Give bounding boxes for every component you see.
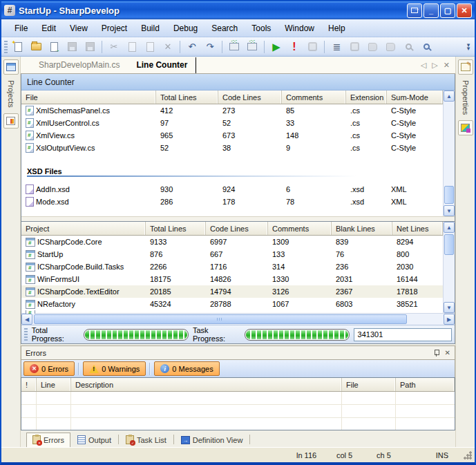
toolbox-tab-button[interactable]	[458, 120, 473, 135]
undo-icon[interactable]: ↶	[184, 40, 200, 54]
record-icon[interactable]	[305, 40, 320, 54]
save-icon[interactable]	[64, 40, 79, 54]
project-row[interactable]: StartUp 876 667 133 76 800	[21, 248, 443, 260]
file-row[interactable]: XslOutputView.cs 52 38 9 .cs C-Style	[21, 142, 443, 154]
col-comments[interactable]: Comments	[282, 91, 346, 104]
scroll-left-icon[interactable]: ◀	[21, 314, 32, 325]
col-file[interactable]: File	[342, 378, 396, 391]
col-sum-mode[interactable]: Sum-Mode	[387, 91, 443, 104]
project-row[interactable]: WinFormsUI 18175 14826 1330 2031 16144	[21, 273, 443, 285]
open-file-icon[interactable]	[46, 40, 61, 54]
project-browser-tab-button[interactable]	[3, 59, 19, 75]
messages-filter-button[interactable]: i 0 Messages	[154, 361, 219, 376]
pin-icon[interactable]	[434, 350, 439, 357]
col-comments[interactable]: Comments	[268, 222, 332, 235]
scrollbar-thumb[interactable]	[444, 186, 454, 204]
find-in-files-icon[interactable]	[401, 40, 416, 54]
col-total-lines[interactable]: Total Lines	[146, 222, 206, 235]
errors-panel-titlebar[interactable]: Errors ✕	[21, 345, 455, 359]
menu-help[interactable]: Help	[322, 21, 352, 35]
col-blank-lines[interactable]: Blank Lines	[332, 222, 392, 235]
comment-region-icon[interactable]	[347, 40, 362, 54]
scroll-right-icon[interactable]: ▶	[444, 314, 455, 325]
copy-icon[interactable]	[124, 40, 140, 54]
horizontal-scrollbar[interactable]: ◀ ▶	[21, 313, 455, 325]
menu-build[interactable]: Build	[135, 21, 166, 35]
scroll-up-icon[interactable]: ▲	[444, 222, 455, 233]
properties-tab-button[interactable]	[458, 59, 473, 75]
tools-window-tab-button[interactable]	[3, 113, 19, 129]
file-row[interactable]: AddIn.xsd 930 924 6 .xsd XML	[21, 183, 443, 196]
properties-tab-label[interactable]: Properties	[461, 76, 470, 119]
next-tab-icon[interactable]: ▷	[432, 61, 437, 70]
col-severity[interactable]: !	[21, 378, 37, 391]
rebuild-all-icon[interactable]	[245, 40, 260, 54]
col-line[interactable]: Line	[37, 378, 71, 391]
menu-project[interactable]: Project	[95, 21, 133, 35]
col-code-lines[interactable]: Code Lines	[218, 91, 282, 104]
run-icon[interactable]: ▶	[269, 40, 284, 54]
tab-line-counter[interactable]: Line Counter	[128, 57, 196, 73]
menu-tools[interactable]: Tools	[245, 21, 277, 35]
prev-tab-icon[interactable]: ◁	[421, 61, 426, 70]
new-file-icon[interactable]	[10, 40, 26, 54]
build-icon[interactable]	[227, 40, 242, 54]
file-row[interactable]: XmlUserControl.cs 97 52 33 .cs C-Style	[21, 117, 443, 129]
scrollbar-thumb[interactable]	[34, 314, 407, 324]
title-bar[interactable]: # StartUp - SharpDevelop _ ▢ ✕	[1, 1, 475, 19]
scroll-down-icon[interactable]: ▼	[444, 205, 455, 216]
abort-build-icon[interactable]: !	[287, 40, 302, 54]
close-tab-icon[interactable]: ✕	[444, 61, 450, 70]
menu-window[interactable]: Window	[278, 21, 321, 35]
delete-icon[interactable]: ✕	[160, 40, 175, 54]
show-output-icon[interactable]: ≣	[329, 40, 344, 54]
col-extension[interactable]: Extension	[346, 91, 387, 104]
toolbar-overflow-button[interactable]: ▾▾	[465, 44, 472, 50]
search-icon[interactable]	[419, 40, 434, 54]
resize-grip[interactable]	[464, 451, 472, 459]
project-row-selected[interactable]: ICSharpCode.TextEditor 20185 14794 3126 …	[21, 285, 443, 298]
tab-definition-view[interactable]: → Definition View	[175, 434, 249, 447]
tab-task-list[interactable]: Task List	[120, 433, 172, 447]
col-project[interactable]: Project	[21, 222, 146, 235]
close-button[interactable]: ✕	[457, 3, 472, 18]
tab-errors[interactable]: Errors	[26, 433, 70, 447]
col-description[interactable]: Description	[71, 378, 342, 391]
maximize-button[interactable]: ▢	[440, 3, 455, 18]
file-row[interactable]: XmlView.cs 965 673 148 .cs C-Style	[21, 129, 443, 142]
project-row[interactable]: ICSharpCode.Core 9133 6997 1309 839 8294	[21, 236, 443, 248]
save-all-icon[interactable]	[82, 40, 97, 54]
col-net-lines[interactable]: Net Lines	[392, 222, 443, 235]
file-row[interactable]: Mode.xsd 286 178 78 .xsd XML	[21, 196, 443, 208]
paste-icon[interactable]	[142, 40, 158, 54]
next-bookmark-icon[interactable]	[383, 40, 398, 54]
warnings-filter-button[interactable]: 0 Warnings	[83, 361, 146, 376]
tab-sharpdevelopmain[interactable]: SharpDevelopMain.cs	[30, 57, 128, 73]
errors-filter-button[interactable]: ✕ 0 Errors	[23, 361, 75, 376]
menu-edit[interactable]: Edit	[35, 21, 62, 35]
minimize-button[interactable]: _	[423, 3, 439, 18]
menu-file[interactable]: File	[8, 21, 34, 35]
scroll-down-icon[interactable]: ▼	[444, 302, 455, 313]
toolbar-grip[interactable]	[4, 41, 8, 53]
col-code-lines[interactable]: Code Lines	[206, 222, 268, 235]
dock-window-button[interactable]	[407, 3, 422, 18]
menu-view[interactable]: View	[64, 21, 94, 35]
open-folder-icon[interactable]	[28, 40, 44, 54]
close-panel-icon[interactable]: ✕	[445, 349, 450, 357]
prev-bookmark-icon[interactable]	[365, 40, 380, 54]
scroll-up-icon[interactable]: ▲	[444, 91, 455, 102]
project-row[interactable]: ICSharpCode.Build.Tasks 2266 1716 314 23…	[21, 260, 443, 273]
project-row[interactable]: NRefactory 45324 28788 1067 6803 38521	[21, 298, 443, 310]
col-total-lines[interactable]: Total Lines	[156, 91, 218, 104]
col-file[interactable]: File	[21, 91, 156, 104]
files-table-scrollbar[interactable]: ▲ ▼	[443, 91, 455, 216]
file-row[interactable]: XmlSchemasPanel.cs 412 273 85 .cs C-Styl…	[21, 104, 443, 117]
projects-tab-label[interactable]: Projects	[7, 76, 15, 112]
menu-debug[interactable]: Debug	[167, 21, 204, 35]
redo-icon[interactable]: ↷	[202, 40, 218, 54]
progress-grip[interactable]	[24, 328, 28, 341]
cut-icon[interactable]: ✂	[106, 40, 122, 54]
tab-output[interactable]: Output	[72, 433, 117, 447]
col-path[interactable]: Path	[396, 378, 455, 391]
